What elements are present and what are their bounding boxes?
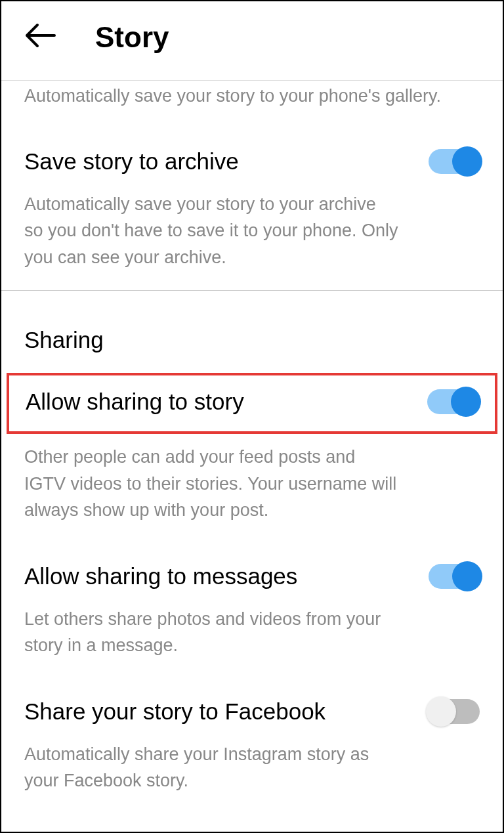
save-archive-description: Automatically save your story to your ar… <box>1 181 421 291</box>
save-archive-row: Save story to archive <box>1 129 503 181</box>
back-arrow-icon[interactable] <box>24 22 56 53</box>
save-archive-toggle[interactable] <box>429 149 480 174</box>
allow-sharing-story-row: Allow sharing to story <box>7 373 497 434</box>
save-archive-label: Save story to archive <box>24 148 239 175</box>
header: Story <box>1 1 503 74</box>
allow-sharing-messages-row: Allow sharing to messages <box>1 544 503 596</box>
save-gallery-description: Automatically save your story to your ph… <box>1 81 503 129</box>
share-facebook-label: Share your story to Facebook <box>24 698 326 725</box>
share-facebook-toggle[interactable] <box>429 699 480 724</box>
allow-sharing-messages-label: Allow sharing to messages <box>24 563 297 589</box>
share-facebook-row: Share your story to Facebook <box>1 679 503 731</box>
allow-sharing-story-label: Allow sharing to story <box>26 389 244 415</box>
allow-sharing-messages-toggle[interactable] <box>429 564 480 589</box>
allow-sharing-story-toggle[interactable] <box>427 389 478 414</box>
allow-sharing-messages-description: Let others share photos and videos from … <box>1 596 421 679</box>
allow-sharing-story-description: Other people can add your feed posts and… <box>1 434 421 544</box>
share-facebook-description: Automatically share your Instagram story… <box>1 731 421 814</box>
page-title: Story <box>95 21 169 54</box>
sharing-section-title: Sharing <box>1 291 503 366</box>
